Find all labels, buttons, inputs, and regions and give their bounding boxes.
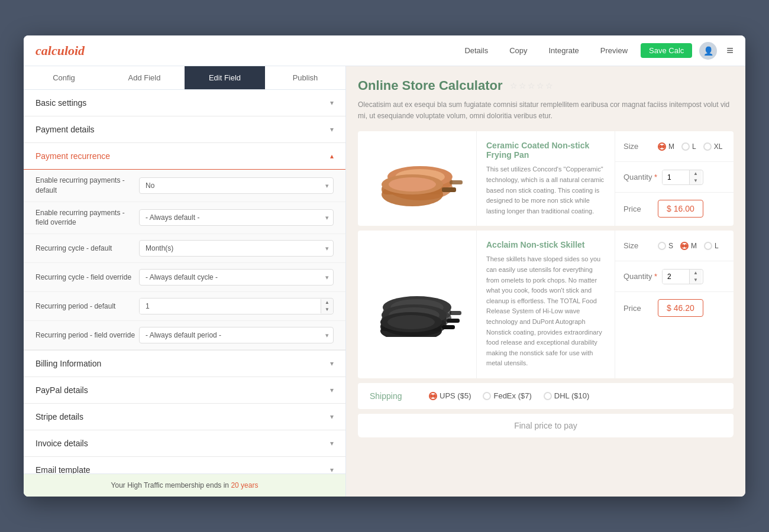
select-wrapper: - Always default period - [139, 327, 334, 343]
chevron-down-icon: ▾ [330, 466, 334, 473]
size-option-m-1[interactable]: M [658, 142, 674, 151]
size-option-xl-1[interactable]: XL [703, 142, 723, 151]
product-desc-2: These skillets have sloped sides so you … [486, 254, 605, 369]
qty-label-2: Quantity [623, 272, 657, 281]
size-option-m-2[interactable]: M [680, 242, 697, 250]
user-avatar[interactable]: 👤 [699, 42, 717, 60]
qty-label-1: Quantity [623, 173, 657, 181]
setting-label: Recurring period - default [35, 301, 139, 312]
size-option-l-2[interactable]: L [704, 242, 719, 250]
setting-row-recurring-cycle-field: Recurring cycle - field override - Alway… [24, 263, 345, 292]
chevron-down-icon: ▾ [330, 386, 334, 394]
price-control-1: Price $ 16.00 [615, 193, 734, 225]
svg-rect-19 [447, 319, 460, 323]
radio-m-1 [658, 142, 666, 151]
qty-up-1[interactable]: ▲ [690, 170, 702, 177]
tab-edit-field[interactable]: Edit Field [185, 66, 265, 89]
size-label-1: Size [623, 142, 653, 151]
qty-input-2[interactable] [663, 270, 689, 284]
star-3: ☆ [528, 81, 535, 90]
svg-point-8 [389, 177, 436, 192]
preview-button[interactable]: Preview [592, 43, 636, 58]
qty-up-2[interactable]: ▲ [690, 270, 702, 277]
setting-row-recurring-cycle-default: Recurring cycle - default Month(s) Day(s… [24, 234, 345, 263]
qty-down-1[interactable]: ▼ [690, 177, 702, 184]
accordion-billing-information[interactable]: Billing Information ▾ [24, 351, 345, 377]
radio-l-2 [704, 242, 712, 250]
shipping-option-ups[interactable]: UPS ($5) [429, 391, 471, 400]
shipping-row: Shipping UPS ($5) FedEx ($7) DHL ($10 [358, 383, 734, 409]
accordion-stripe-label: Stripe details [35, 412, 83, 421]
price-label-2: Price [623, 304, 653, 313]
price-box-1: $ 16.00 [658, 200, 703, 218]
details-button[interactable]: Details [456, 43, 496, 58]
star-1: ☆ [510, 81, 518, 90]
chevron-up-icon: ▴ [330, 152, 334, 160]
footer-text: Your High Traffic membership ends in [111, 481, 231, 489]
final-price-label: Final price to pay [514, 421, 577, 430]
size-control-2: Size S M [615, 231, 734, 261]
star-2: ☆ [519, 81, 526, 90]
accordion-invoice-details[interactable]: Invoice details ▾ [24, 430, 345, 457]
radio-s-2 [658, 242, 666, 250]
qty-control-1: Quantity ▲ ▼ [615, 162, 734, 193]
recurring-cycle-default-select[interactable]: Month(s) Day(s) Week(s) Year(s) [139, 240, 334, 257]
setting-row-enable-recurring-field: Enable recurring payments - field overri… [24, 202, 345, 235]
setting-row-recurring-period-field: Recurring period - field override - Alwa… [24, 321, 345, 350]
enable-recurring-default-select[interactable]: No Yes [139, 177, 334, 194]
star-5: ☆ [545, 81, 553, 90]
tab-publish[interactable]: Publish [265, 66, 345, 89]
fedex-label: FedEx ($7) [493, 391, 531, 400]
qty-control-2: Quantity ▲ ▼ [615, 261, 734, 292]
shipping-option-dhl[interactable]: DHL ($10) [544, 391, 589, 400]
dhl-label: DHL ($10) [554, 391, 589, 400]
number-spinners: ▲ ▼ [321, 299, 333, 313]
recurring-period-default-input[interactable] [140, 299, 321, 314]
size-option-l-1[interactable]: L [681, 142, 696, 151]
size-option-s-2[interactable]: S [658, 242, 673, 250]
calc-title: Online Store Calculator [358, 78, 503, 93]
price-box-2: $ 46.20 [658, 299, 703, 317]
shipping-options: UPS ($5) FedEx ($7) DHL ($10) [429, 391, 722, 400]
recurring-period-field-select[interactable]: - Always default period - [139, 327, 334, 343]
accordion-payment-details[interactable]: Payment details ▾ [24, 116, 345, 143]
enable-recurring-field-select[interactable]: - Always default - Yes No [139, 209, 334, 226]
qty-input-1[interactable] [663, 170, 689, 184]
copy-button[interactable]: Copy [501, 43, 535, 58]
sidebar-tabs: Config Add Field Edit Field Publish [24, 66, 345, 90]
product-image-cell-1 [358, 131, 476, 226]
radio-fedex [483, 392, 491, 400]
integrate-button[interactable]: Integrate [541, 43, 587, 58]
qty-spinners-1: ▲ ▼ [689, 170, 702, 184]
chevron-down-icon: ▾ [330, 359, 334, 368]
product-controls-1: Size M L [615, 131, 734, 226]
shipping-option-fedex[interactable]: FedEx ($7) [483, 391, 531, 400]
spinner-up[interactable]: ▲ [321, 299, 333, 306]
accordion-basic-settings-label: Basic settings [35, 98, 86, 108]
calc-title-bar: Online Store Calculator ☆ ☆ ☆ ☆ ☆ [358, 78, 734, 93]
accordion-email-template[interactable]: Email template ▾ [24, 457, 345, 473]
chevron-down-icon: ▾ [330, 439, 334, 447]
setting-label: Recurring cycle - default [35, 244, 139, 254]
setting-label: Recurring cycle - field override [35, 273, 139, 283]
hamburger-menu[interactable]: ≡ [726, 44, 734, 57]
accordion-paypal-details[interactable]: PayPal details ▾ [24, 377, 345, 404]
shipping-label: Shipping [370, 391, 417, 401]
size-radio-group-2: S M L [658, 242, 719, 250]
accordion-stripe-details[interactable]: Stripe details ▾ [24, 404, 345, 430]
accordion-basic-settings[interactable]: Basic settings ▾ [24, 90, 345, 116]
tab-add-field[interactable]: Add Field [104, 66, 185, 89]
setting-label: Recurring period - field override [35, 330, 139, 340]
product-image-cell-2 [358, 231, 476, 378]
accordion-payment-recurrence[interactable]: Payment recurrence ▴ [24, 143, 345, 170]
setting-control: - Always default - Yes No [139, 209, 334, 226]
save-button[interactable]: Save Calc [641, 43, 692, 58]
tab-config[interactable]: Config [24, 66, 104, 89]
sidebar-content: Basic settings ▾ Payment details ▾ Payme… [24, 90, 345, 473]
product-row-1: Ceramic Coated Non-stick Frying Pan This… [358, 131, 734, 226]
spinner-down[interactable]: ▼ [321, 306, 333, 313]
payment-recurrence-body: Enable recurring payments - default No Y… [24, 170, 345, 351]
radio-ups [429, 392, 437, 400]
recurring-cycle-field-select[interactable]: - Always default cycle - [139, 269, 334, 286]
qty-down-2[interactable]: ▼ [690, 277, 702, 284]
